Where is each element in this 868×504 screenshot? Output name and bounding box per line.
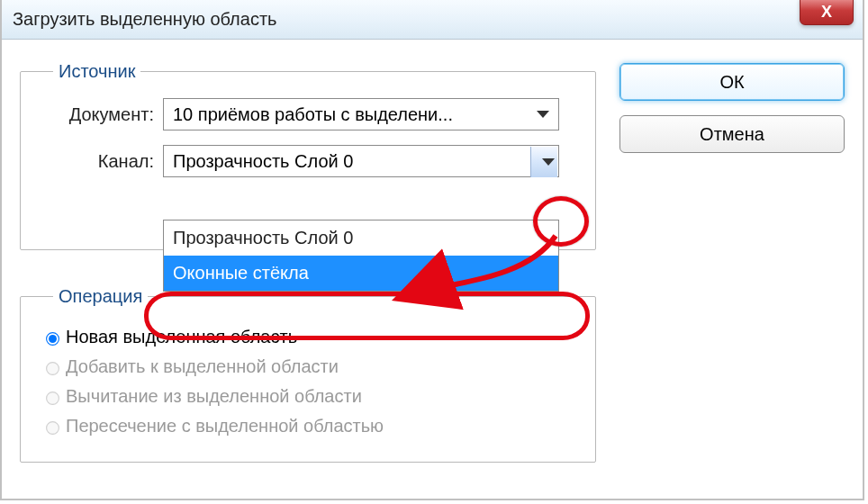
chevron-down-icon xyxy=(537,111,549,118)
operation-option: Пересечение с выделенной областью xyxy=(42,416,579,436)
chevron-down-icon xyxy=(542,158,555,166)
radio-subtract xyxy=(46,392,59,405)
channel-label: Канал: xyxy=(37,151,154,172)
operation-option[interactable]: Новая выделенная область xyxy=(42,327,579,347)
operation-legend: Операция xyxy=(53,286,148,307)
radio-add xyxy=(46,362,59,375)
channel-option-selected[interactable]: Оконные стёкла xyxy=(164,256,558,291)
channel-select[interactable]: Прозрачность Слой 0 xyxy=(163,145,559,177)
source-legend: Источник xyxy=(53,61,140,82)
channel-row: Канал: Прозрачность Слой 0 xyxy=(37,145,579,177)
operation-option: Вычитание из выделенной области xyxy=(42,386,579,407)
close-button[interactable]: X xyxy=(800,0,854,25)
radio-intersect xyxy=(46,421,59,435)
radio-new-selection[interactable] xyxy=(46,332,59,346)
ok-button[interactable]: ОК xyxy=(619,63,845,101)
channel-dropdown-list[interactable]: Прозрачность Слой 0 Оконные стёкла xyxy=(163,220,559,292)
document-row: Документ: 10 приёмов работы с выделени..… xyxy=(37,98,579,130)
client-area: Источник Документ: 10 приёмов работы с в… xyxy=(2,40,863,499)
operation-option: Добавить к выделенной области xyxy=(42,356,579,377)
document-value: 10 приёмов работы с выделени... xyxy=(173,104,529,125)
window-title: Загрузить выделенную область xyxy=(13,9,277,30)
document-label: Документ: xyxy=(37,104,154,125)
channel-dropdown-button[interactable] xyxy=(530,147,557,177)
titlebar: Загрузить выделенную область X xyxy=(2,0,863,40)
action-buttons: ОК Отмена xyxy=(619,63,845,153)
operation-fieldset: Операция Новая выделенная область Добави… xyxy=(20,286,596,463)
channel-value: Прозрачность Слой 0 xyxy=(173,151,549,172)
cancel-button[interactable]: Отмена xyxy=(619,115,845,153)
channel-option[interactable]: Прозрачность Слой 0 xyxy=(164,220,558,256)
operation-option-label: Пересечение с выделенной областью xyxy=(66,416,384,436)
close-icon: X xyxy=(821,3,832,22)
operation-option-label: Новая выделенная область xyxy=(66,327,297,347)
operation-option-label: Добавить к выделенной области xyxy=(66,356,339,377)
dialog-window: Загрузить выделенную область X Источник … xyxy=(0,0,864,500)
document-select[interactable]: 10 приёмов работы с выделени... xyxy=(163,98,559,130)
operation-option-label: Вычитание из выделенной области xyxy=(66,386,362,407)
